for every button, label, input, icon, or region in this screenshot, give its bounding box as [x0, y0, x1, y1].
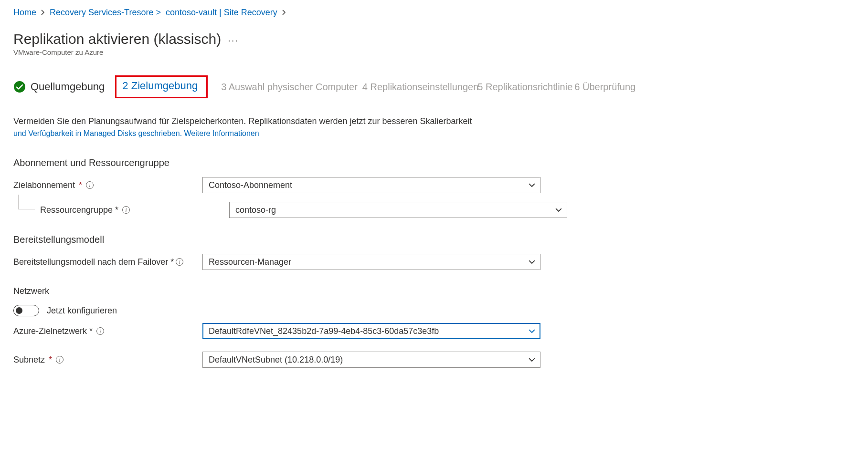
wizard-step-2-label: 2 Zielumgebung [122, 80, 198, 92]
breadcrumb-vaults[interactable]: Recovery Services-Tresore > [50, 8, 161, 18]
wizard-step-4-label: 4 Replikationseinstellungen [362, 82, 479, 93]
deployment-model-label: Bereitstellungsmodell nach dem Failover … [13, 257, 174, 267]
target-network-value: DefaultRdfeVNet_82435b2d-7a99-4eb4-85c3-… [209, 326, 439, 336]
wizard-step-3[interactable]: 3 Auswahl physischer Computer [221, 82, 358, 93]
required-indicator: * [49, 355, 52, 365]
target-subscription-value: Contoso-Abonnement [209, 180, 292, 190]
page-title: Replikation aktivieren (klassisch) [13, 31, 221, 47]
wizard-step-1-label: Quellumgebung [31, 81, 105, 93]
breadcrumb: Home Recovery Services-Tresore > contoso… [13, 8, 855, 18]
svg-point-0 [14, 81, 25, 93]
more-actions-button[interactable]: ··· [228, 35, 239, 46]
info-icon[interactable]: i [96, 327, 104, 335]
breadcrumb-home[interactable]: Home [13, 8, 36, 18]
deployment-model-select[interactable]: Ressourcen-Manager [202, 254, 540, 270]
breadcrumb-vault-instance[interactable]: contoso-vault | Site Recovery [166, 8, 277, 18]
target-subscription-label: Zielabonnement [13, 180, 75, 190]
section-network-heading: Netzwerk [13, 286, 855, 296]
chevron-down-icon [555, 207, 562, 213]
row-target-subscription: Zielabonnement * i Contoso-Abonnement [13, 177, 855, 193]
chevron-down-icon [529, 356, 535, 363]
target-subscription-select[interactable]: Contoso-Abonnement [202, 177, 540, 193]
configure-now-label: Jetzt konfigurieren [47, 306, 117, 316]
row-configure-now: Jetzt konfigurieren [13, 305, 855, 316]
target-network-select[interactable]: DefaultRdfeVNet_82435b2d-7a99-4eb4-85c3-… [202, 323, 540, 339]
section-deployment-heading: Bereitstellungsmodell [13, 234, 855, 245]
wizard-step-3-label: 3 Auswahl physischer Computer [221, 82, 358, 93]
subnet-value: DefaultVNetSubnet (10.218.0.0/19) [209, 355, 343, 365]
page-subtitle: VMware-Computer zu Azure [13, 48, 855, 56]
resource-group-value: contoso-rg [235, 205, 276, 215]
wizard-step-4[interactable]: 4 Replikationseinstellungen [362, 82, 479, 93]
info-icon[interactable]: i [86, 181, 94, 189]
checkmark-circle-icon [13, 81, 26, 93]
wizard-step-6[interactable]: 6 Überprüfung [574, 82, 635, 93]
row-target-network: Azure-Zielnetzwerk * i DefaultRdfeVNet_8… [13, 323, 855, 339]
info-text-line1: Vermeiden Sie den Planungsaufwand für Zi… [13, 116, 472, 126]
row-deployment-model: Bereitstellungsmodell nach dem Failover … [13, 254, 855, 270]
deployment-model-value: Ressourcen-Manager [209, 257, 291, 267]
section-subscription-heading: Abonnement und Ressourcengruppe [13, 157, 855, 168]
chevron-down-icon [529, 259, 535, 265]
info-icon[interactable]: i [122, 206, 130, 214]
required-indicator: * [79, 180, 82, 190]
subnet-select[interactable]: DefaultVNetSubnet (10.218.0.0/19) [202, 352, 540, 368]
subnet-label: Subnetz [13, 355, 45, 365]
row-resource-group: Ressourcengruppe * i contoso-rg [13, 202, 855, 218]
wizard-step-2[interactable]: 2 Zielumgebung [115, 75, 208, 98]
info-text: Vermeiden Sie den Planungsaufwand für Zi… [13, 115, 586, 139]
chevron-right-icon [282, 8, 286, 18]
chevron-down-icon [529, 182, 535, 188]
wizard-step-5[interactable]: 5 Replikationsrichtlinie [477, 82, 572, 93]
target-network-label: Azure-Zielnetzwerk * [13, 326, 93, 336]
chevron-right-icon [41, 8, 45, 18]
wizard-step-5-label: 5 Replikationsrichtlinie [477, 82, 572, 93]
info-icon[interactable]: i [56, 356, 64, 364]
configure-now-toggle[interactable] [13, 305, 39, 316]
wizard-step-6-label: 6 Überprüfung [574, 82, 635, 93]
wizard-steps: Quellumgebung 2 Zielumgebung 3 Auswahl p… [13, 75, 855, 98]
info-icon[interactable]: i [176, 258, 183, 266]
resource-group-select[interactable]: contoso-rg [229, 202, 567, 218]
wizard-step-1[interactable]: Quellumgebung [13, 81, 105, 93]
toggle-knob [16, 307, 22, 314]
chevron-down-icon [529, 328, 535, 334]
resource-group-label: Ressourcengruppe * [40, 205, 118, 215]
row-subnet: Subnetz * i DefaultVNetSubnet (10.218.0.… [13, 352, 855, 368]
info-learn-more-link[interactable]: und Verfügbarkeit in Managed Disks gesch… [13, 129, 259, 137]
